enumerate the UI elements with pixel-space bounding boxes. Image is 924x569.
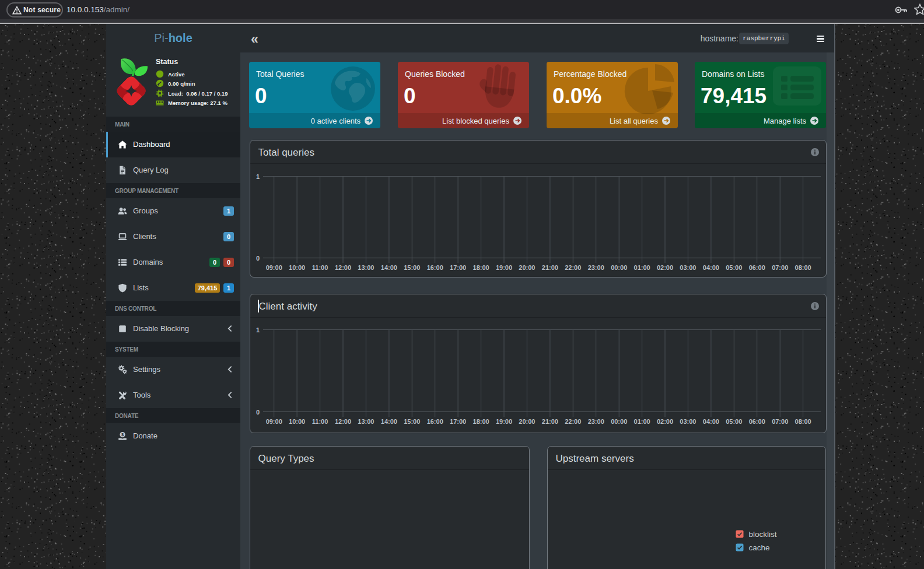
svg-text:07:00: 07:00 xyxy=(772,264,788,271)
svg-text:11:00: 11:00 xyxy=(312,418,328,425)
svg-text:1: 1 xyxy=(256,173,259,180)
svg-text:19:00: 19:00 xyxy=(495,264,512,271)
svg-text:16:00: 16:00 xyxy=(426,418,443,425)
svg-text:00:00: 00:00 xyxy=(611,418,627,425)
svg-text:0: 0 xyxy=(256,409,259,416)
svg-text:05:00: 05:00 xyxy=(726,264,742,271)
svg-text:16:00: 16:00 xyxy=(426,264,443,271)
svg-text:04:00: 04:00 xyxy=(702,418,719,425)
svg-text:19:00: 19:00 xyxy=(495,418,512,425)
svg-text:01:00: 01:00 xyxy=(634,264,650,271)
svg-text:12:00: 12:00 xyxy=(334,418,351,425)
svg-text:20:00: 20:00 xyxy=(519,418,535,425)
svg-text:15:00: 15:00 xyxy=(404,264,420,271)
svg-text:22:00: 22:00 xyxy=(565,264,581,271)
svg-text:09:00: 09:00 xyxy=(265,418,282,425)
svg-text:1: 1 xyxy=(256,326,259,333)
svg-text:14:00: 14:00 xyxy=(380,418,397,425)
svg-text:20:00: 20:00 xyxy=(519,264,535,271)
svg-text:12:00: 12:00 xyxy=(334,264,351,271)
svg-text:06:00: 06:00 xyxy=(748,264,765,271)
svg-text:09:00: 09:00 xyxy=(265,264,282,271)
svg-text:13:00: 13:00 xyxy=(358,264,374,271)
svg-text:21:00: 21:00 xyxy=(541,418,558,425)
svg-text:05:00: 05:00 xyxy=(726,418,742,425)
svg-text:23:00: 23:00 xyxy=(587,418,604,425)
svg-text:02:00: 02:00 xyxy=(656,264,673,271)
svg-text:14:00: 14:00 xyxy=(380,264,397,271)
svg-text:22:00: 22:00 xyxy=(565,418,581,425)
svg-text:18:00: 18:00 xyxy=(473,418,489,425)
svg-text:01:00: 01:00 xyxy=(634,418,650,425)
svg-text:03:00: 03:00 xyxy=(680,418,696,425)
svg-text:06:00: 06:00 xyxy=(748,418,765,425)
svg-text:0: 0 xyxy=(256,255,259,262)
svg-text:10:00: 10:00 xyxy=(289,418,305,425)
svg-text:04:00: 04:00 xyxy=(702,264,719,271)
svg-text:17:00: 17:00 xyxy=(450,264,466,271)
svg-text:08:00: 08:00 xyxy=(794,264,811,271)
svg-text:17:00: 17:00 xyxy=(450,418,466,425)
svg-text:15:00: 15:00 xyxy=(404,418,420,425)
svg-text:00:00: 00:00 xyxy=(611,264,627,271)
svg-text:07:00: 07:00 xyxy=(772,418,788,425)
svg-text:18:00: 18:00 xyxy=(473,264,489,271)
svg-text:23:00: 23:00 xyxy=(587,264,604,271)
svg-text:21:00: 21:00 xyxy=(541,264,558,271)
svg-text:03:00: 03:00 xyxy=(680,264,696,271)
svg-text:02:00: 02:00 xyxy=(656,418,673,425)
svg-text:10:00: 10:00 xyxy=(289,264,305,271)
svg-text:08:00: 08:00 xyxy=(794,418,811,425)
svg-text:11:00: 11:00 xyxy=(312,264,328,271)
svg-text:13:00: 13:00 xyxy=(358,418,374,425)
